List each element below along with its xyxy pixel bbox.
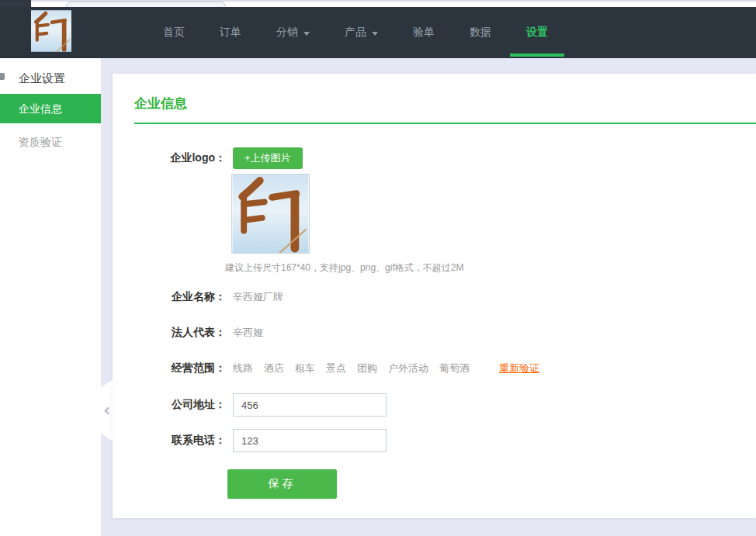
browser-chrome-strip bbox=[0, 0, 756, 7]
nav-label: 分销 bbox=[276, 26, 298, 40]
form-row-company-name: 企业名称： 辛西娅厂牌 bbox=[113, 290, 756, 306]
nav-item-products[interactable]: 产品 bbox=[345, 7, 378, 58]
upload-image-button[interactable]: +上传图片 bbox=[233, 147, 303, 169]
field-label-company-name: 企业名称： bbox=[113, 290, 233, 304]
field-label-phone: 联系电话： bbox=[113, 434, 233, 448]
phone-input[interactable] bbox=[233, 429, 387, 452]
nav-label: 设置 bbox=[526, 26, 548, 40]
field-value-company-name: 辛西娅厂牌 bbox=[233, 290, 283, 304]
scope-tag: 户外活动 bbox=[388, 361, 428, 375]
form-row-phone: 联系电话： bbox=[113, 429, 756, 452]
chevron-down-icon bbox=[372, 32, 378, 36]
field-label-address: 公司地址： bbox=[113, 398, 233, 412]
form-row-business-scope: 经营范围： 线路 酒店 租车 景点 团购 户外活动 葡萄酒 重新验证 bbox=[113, 361, 756, 377]
top-navbar: 首页 订单 分销 产品 验单 数据 设置 bbox=[0, 7, 756, 58]
chevron-left-icon bbox=[104, 406, 112, 414]
page-title: 企业信息 bbox=[134, 95, 756, 112]
save-button[interactable]: 保存 bbox=[227, 469, 337, 499]
scope-tag: 葡萄酒 bbox=[439, 361, 470, 375]
form-row-logo: 企业logo： +上传图片 bbox=[113, 147, 756, 169]
chevron-down-icon bbox=[303, 32, 310, 36]
title-divider bbox=[134, 123, 756, 124]
nav-label: 数据 bbox=[470, 26, 491, 40]
sidebar-item-enterprise-info[interactable]: 企业信息 bbox=[0, 94, 101, 123]
scope-tag: 团购 bbox=[357, 361, 377, 375]
address-input[interactable] bbox=[233, 393, 387, 417]
logo-preview-image bbox=[231, 174, 310, 254]
nav-label: 首页 bbox=[163, 26, 185, 40]
field-label-business-scope: 经营范围： bbox=[113, 361, 233, 375]
upload-hint-text: 建议上传尺寸167*40，支持jpg、png、gif格式，不超过2M bbox=[225, 261, 756, 275]
section-icon bbox=[0, 73, 5, 80]
reverify-link[interactable]: 重新验证 bbox=[499, 361, 539, 375]
sidebar-section-title: 企业设置 bbox=[19, 71, 65, 85]
nav-item-data[interactable]: 数据 bbox=[470, 7, 491, 58]
nav-label: 验单 bbox=[413, 26, 435, 40]
nav-item-settings[interactable]: 设置 bbox=[526, 7, 548, 58]
nav-item-orders[interactable]: 订单 bbox=[220, 7, 241, 58]
form-row-legal-rep: 法人代表： 辛西娅 bbox=[113, 326, 756, 341]
sidebar-section-enterprise-settings[interactable]: 企业设置 bbox=[0, 58, 101, 86]
nav-item-distribution[interactable]: 分销 bbox=[276, 7, 310, 58]
field-label-logo: 企业logo： bbox=[113, 151, 233, 165]
scope-tag: 线路 bbox=[233, 361, 253, 375]
scope-tag: 租车 bbox=[295, 361, 315, 375]
main-nav: 首页 订单 分销 产品 验单 数据 设置 bbox=[163, 7, 548, 58]
scope-tag: 酒店 bbox=[264, 361, 284, 375]
nav-item-verify[interactable]: 验单 bbox=[413, 7, 435, 58]
nav-label: 订单 bbox=[220, 26, 241, 40]
sidebar: 企业设置 企业信息 资质验证 bbox=[0, 58, 101, 536]
content-card: 企业信息 企业logo： +上传图片 bbox=[113, 74, 756, 518]
page: 首页 订单 分销 产品 验单 数据 设置 bbox=[0, 0, 756, 536]
sidebar-item-qualification[interactable]: 资质验证 bbox=[0, 127, 101, 157]
field-value-legal-rep: 辛西娅 bbox=[233, 326, 263, 340]
business-scope-tags: 线路 酒店 租车 景点 团购 户外活动 葡萄酒 bbox=[233, 361, 470, 375]
nav-label: 产品 bbox=[345, 26, 366, 40]
nav-item-home[interactable]: 首页 bbox=[163, 7, 185, 58]
brand-logo-image[interactable] bbox=[31, 9, 71, 53]
scope-tag: 景点 bbox=[326, 361, 346, 375]
form-row-address: 公司地址： bbox=[113, 393, 756, 417]
field-label-legal-rep: 法人代表： bbox=[113, 326, 233, 340]
